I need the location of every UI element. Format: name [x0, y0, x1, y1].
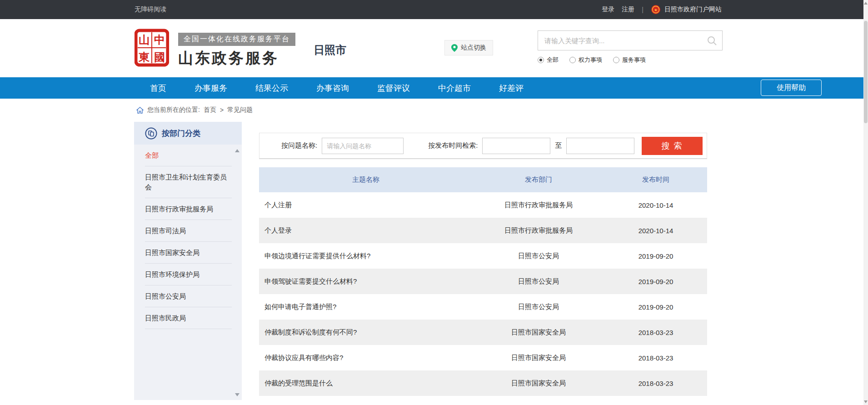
svg-text:國: 國	[154, 51, 165, 63]
faq-question-link[interactable]: 申领驾驶证需要提交什么材料?	[259, 269, 473, 294]
faq-department: 日照市国家安全局	[473, 345, 604, 370]
sidebar-scroll-down-icon[interactable]	[235, 393, 239, 396]
faq-question-link[interactable]: 个人登录	[259, 218, 473, 243]
faq-question-link[interactable]: 如何申请电子普通护照?	[259, 294, 473, 320]
table-row[interactable]: 个人登录日照市行政审批服务局2020-10-14	[259, 218, 707, 243]
faq-department: 日照市公安局	[473, 269, 604, 294]
sidebar-item[interactable]: 全部	[145, 145, 232, 166]
svg-text:中: 中	[154, 34, 165, 46]
home-icon	[136, 107, 144, 114]
sidebar-item[interactable]: 日照市民政局	[145, 307, 232, 329]
faq-department: 日照市公安局	[473, 243, 604, 269]
header: 山 中 東 國 全国一体化在线政务服务平台 山东政务服务 日照市 站点切换	[0, 19, 868, 77]
topbar-right: 登录 注册 | ★ 日照市政府门户网站	[602, 5, 722, 15]
faq-question-link[interactable]: 仲裁的受理范围是什么	[259, 370, 473, 396]
search-scope-option[interactable]: 服务事项	[613, 56, 646, 64]
faq-department: 日照市国家安全局	[473, 320, 604, 345]
sidebar-item[interactable]: 日照市卫生和计划生育委员会	[145, 166, 232, 198]
sidebar-item[interactable]: 日照市公安局	[145, 285, 232, 307]
sidebar-item[interactable]: 日照市国家安全局	[145, 242, 232, 264]
nav-item[interactable]: 监督评议	[377, 83, 410, 94]
site-switch-button[interactable]: 站点切换	[444, 40, 493, 55]
radio-icon[interactable]	[613, 57, 619, 63]
platform-tagline: 全国一体化在线政务服务平台	[178, 33, 295, 46]
faq-table-body: 个人注册日照市行政审批服务局2020-10-14个人登录日照市行政审批服务局20…	[259, 192, 707, 396]
svg-text:山: 山	[139, 34, 150, 46]
sidebar-scroll-up-icon[interactable]	[235, 149, 239, 152]
radio-icon[interactable]	[569, 57, 576, 63]
faq-table-head-row: 主题名称发布部门发布时间	[259, 167, 707, 192]
faq-question-link[interactable]: 仲裁协议应具有哪些内容?	[259, 345, 473, 370]
scrollbar-thumb[interactable]	[864, 21, 868, 123]
faq-table: 主题名称发布部门发布时间 个人注册日照市行政审批服务局2020-10-14个人登…	[259, 167, 707, 396]
keyword-search-input[interactable]	[538, 31, 722, 50]
sidebar-item[interactable]: 日照市环境保护局	[145, 264, 232, 285]
faq-date: 2018-03-23	[604, 320, 707, 345]
table-row[interactable]: 仲裁协议应具有哪些内容?日照市国家安全局2018-03-23	[259, 345, 707, 370]
publish-date-label: 按发布时间检索:	[428, 141, 478, 150]
scrollbar-up-icon[interactable]	[864, 2, 868, 5]
search-scope-label: 权力事项	[579, 56, 602, 64]
page: 无障碍阅读 登录 注册 | ★ 日照市政府门户网站 山 中 東 國	[0, 0, 868, 405]
nav-item[interactable]: 结果公示	[255, 83, 288, 94]
main-nav-bar: 首页办事服务结果公示办事咨询监督评议中介超市好差评 使用帮助	[0, 77, 868, 99]
topbar: 无障碍阅读 登录 注册 | ★ 日照市政府门户网站	[0, 0, 868, 19]
table-row[interactable]: 仲裁制度和诉讼制度有何不同?日照市国家安全局2018-03-23	[259, 320, 707, 345]
radio-icon[interactable]	[538, 57, 544, 63]
portal-link[interactable]: ★ 日照市政府门户网站	[651, 5, 722, 15]
svg-text:★: ★	[654, 8, 658, 12]
table-row[interactable]: 个人注册日照市行政审批服务局2020-10-14	[259, 192, 707, 218]
sidebar-header: 按部门分类	[134, 122, 242, 145]
table-row[interactable]: 申领驾驶证需要提交什么材料?日照市公安局2019-09-20	[259, 269, 707, 294]
search-icon[interactable]	[707, 35, 718, 46]
scrollbar-down-icon[interactable]	[864, 400, 868, 403]
help-button[interactable]: 使用帮助	[761, 80, 822, 96]
category-icon	[145, 127, 157, 140]
nav-item[interactable]: 首页	[150, 83, 166, 94]
sidebar-item[interactable]: 日照市司法局	[145, 220, 232, 242]
date-from-input[interactable]	[482, 138, 550, 154]
login-link[interactable]: 登录	[602, 5, 614, 14]
breadcrumb-separator: >	[220, 106, 224, 114]
nav-item[interactable]: 办事咨询	[316, 83, 349, 94]
table-row[interactable]: 申领边境通行证需要提供什么材料?日照市公安局2019-09-20	[259, 243, 707, 269]
faq-question-link[interactable]: 仲裁制度和诉讼制度有何不同?	[259, 320, 473, 345]
search-scope-label: 全部	[547, 56, 559, 64]
sidebar-item[interactable]: 日照市行政审批服务局	[145, 198, 232, 220]
breadcrumb: 您当前所在的位置: 首页 > 常见问题	[0, 99, 868, 121]
faq-date: 2019-09-20	[604, 294, 707, 320]
faq-department: 日照市国家安全局	[473, 370, 604, 396]
faq-date: 2019-09-20	[604, 269, 707, 294]
brand-title: 山东政务服务	[178, 48, 295, 69]
register-link[interactable]: 注册	[622, 5, 634, 14]
nav-item[interactable]: 好差评	[499, 83, 524, 94]
table-row[interactable]: 如何申请电子普通护照?日照市公安局2019-09-20	[259, 294, 707, 320]
faq-column-header: 发布部门	[473, 167, 604, 192]
accessibility-link[interactable]: 无障碍阅读	[135, 5, 166, 14]
search-box	[538, 30, 723, 50]
faq-question-link[interactable]: 申领边境通行证需要提供什么材料?	[259, 243, 473, 269]
date-to-input[interactable]	[566, 138, 634, 154]
topbar-divider: |	[642, 6, 644, 13]
faq-date: 2020-10-14	[604, 218, 707, 243]
faq-question-link[interactable]: 个人注册	[259, 192, 473, 218]
nav-item[interactable]: 中介超市	[438, 83, 471, 94]
filter-bar: 按问题名称: 按发布时间检索: 至 搜 索	[259, 133, 707, 159]
question-name-label: 按问题名称:	[281, 141, 317, 150]
breadcrumb-home-link[interactable]: 首页	[204, 106, 216, 114]
nav-item[interactable]: 办事服务	[195, 83, 227, 94]
search-button[interactable]: 搜 索	[642, 137, 703, 155]
search-scope-option[interactable]: 全部	[538, 56, 559, 64]
faq-date: 2018-03-23	[604, 370, 707, 396]
table-row[interactable]: 仲裁的受理范围是什么日照市国家安全局2018-03-23	[259, 370, 707, 396]
search-area: 全部权力事项服务事项	[538, 30, 723, 64]
location-pin-icon	[451, 44, 458, 52]
page-scrollbar[interactable]	[863, 0, 868, 405]
faq-department: 日照市行政审批服务局	[473, 218, 604, 243]
breadcrumb-prefix: 您当前所在的位置:	[147, 106, 200, 114]
main-nav: 首页办事服务结果公示办事咨询监督评议中介超市好差评	[150, 83, 524, 94]
breadcrumb-current: 常见问题	[227, 106, 253, 114]
question-name-input[interactable]	[322, 138, 404, 154]
search-scope-option[interactable]: 权力事项	[569, 56, 602, 64]
search-scope-label: 服务事项	[622, 56, 646, 64]
